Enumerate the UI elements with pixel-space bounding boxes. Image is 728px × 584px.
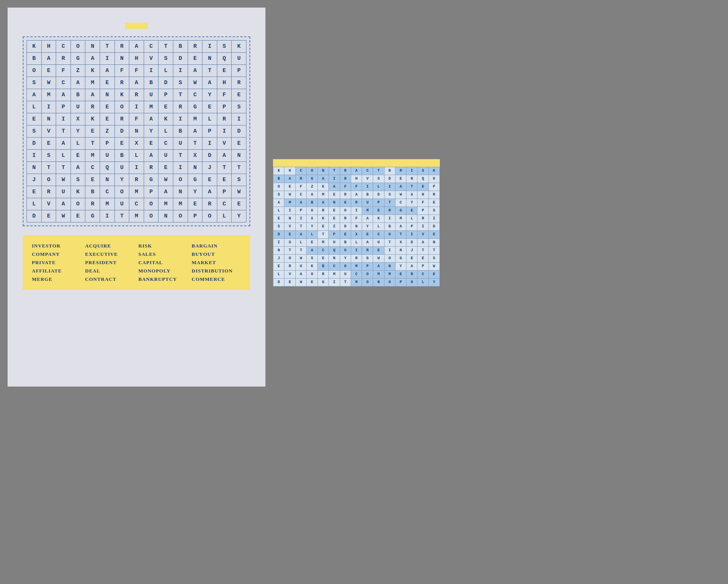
grid-cell: E <box>42 65 56 77</box>
answer-cell: R <box>318 207 329 215</box>
answer-cell: P <box>395 279 406 287</box>
grid-cell: O <box>115 101 130 113</box>
grid-cell: O <box>173 174 188 186</box>
grid-cell: S <box>27 125 42 138</box>
answer-cell: E <box>429 231 440 239</box>
grid-cell: S <box>27 77 42 89</box>
grid-cell: E <box>217 65 232 77</box>
grid-cell: P <box>217 186 232 198</box>
grid-cell: I <box>217 125 232 138</box>
answer-cell: M <box>351 279 362 287</box>
answer-cell: A <box>351 167 362 175</box>
answer-cell: Z <box>329 223 340 231</box>
grid-cell: C <box>158 138 173 150</box>
answer-cell: N <box>329 255 340 263</box>
answer-cell: B <box>340 239 351 247</box>
grid-cell: S <box>173 77 188 89</box>
answer-cell: L <box>406 215 417 223</box>
grid-cell: M <box>144 101 159 113</box>
answer-cell: D <box>340 223 351 231</box>
answer-cell: R <box>284 263 295 271</box>
grid-cell: S <box>158 53 173 65</box>
grid-cell: C <box>217 198 232 210</box>
answer-cell: A <box>406 263 417 271</box>
grid-cell: E <box>188 198 203 210</box>
answer-cell: O <box>384 255 395 263</box>
grid-cell: Z <box>71 65 86 77</box>
answer-cell: A <box>406 191 417 199</box>
answer-cell: U <box>329 239 340 247</box>
grid-cell: Y <box>144 125 159 138</box>
answer-cell: V <box>284 271 295 279</box>
answer-cell: I <box>351 247 362 255</box>
grid-cell: M <box>173 198 188 210</box>
grid-cell: R <box>56 53 71 65</box>
grid-cell: E <box>232 198 246 210</box>
answer-cell: C <box>351 271 362 279</box>
grid-cell: I <box>144 65 159 77</box>
grid-cell: U <box>115 162 130 174</box>
answer-cell: U <box>307 207 318 215</box>
grid-cell: N <box>100 89 115 101</box>
grid-cell: T <box>173 89 188 101</box>
grid-cell: S <box>232 174 246 186</box>
answer-cell: U <box>384 231 395 239</box>
word-item: COMPANY <box>32 251 82 257</box>
grid-cell: Y <box>202 89 217 101</box>
answer-cell: S <box>417 167 428 175</box>
grid-cell: G <box>85 210 100 222</box>
grid-cell: K <box>85 113 100 125</box>
answer-cell: R <box>296 175 307 183</box>
answer-cell: Y <box>406 199 417 207</box>
answer-cell: M <box>318 239 329 247</box>
grid-cell: R <box>173 101 188 113</box>
grid-cell: A <box>56 198 71 210</box>
answer-title <box>273 159 440 167</box>
answer-cell: P <box>429 183 440 191</box>
answer-cell: E <box>318 223 329 231</box>
grid-cell: O <box>27 65 42 77</box>
answer-cell: Z <box>307 183 318 191</box>
answer-cell: N <box>340 175 351 183</box>
wordsearch-grid-container: KHCONTRACTBRISKBARGAINHVSDENQUOEFZKAFFIL… <box>23 36 250 226</box>
answer-cell: N <box>395 247 406 255</box>
answer-cell: O <box>340 207 351 215</box>
answer-cell: K <box>373 215 384 223</box>
answer-cell: B <box>384 223 395 231</box>
answer-cell: E <box>329 207 340 215</box>
grid-cell: C <box>144 41 159 53</box>
grid-cell: G <box>71 53 86 65</box>
answer-cell: T <box>284 247 295 255</box>
grid-cell: E <box>27 186 42 198</box>
answer-cell: P <box>373 199 384 207</box>
grid-cell: U <box>232 53 246 65</box>
answer-cell: E <box>307 239 318 247</box>
word-item: BANKRUPTCY <box>138 276 188 282</box>
grid-cell: R <box>129 174 144 186</box>
grid-cell: T <box>202 65 217 77</box>
answer-cell: I <box>273 239 284 247</box>
answer-cell: A <box>417 239 428 247</box>
grid-cell: P <box>232 65 246 77</box>
grid-cell: M <box>129 210 144 222</box>
answer-cell: M <box>384 271 395 279</box>
grid-cell: K <box>27 41 42 53</box>
grid-cell: G <box>188 101 203 113</box>
answer-cell: Q <box>329 247 340 255</box>
grid-cell: L <box>71 138 86 150</box>
grid-cell: N <box>42 113 56 125</box>
grid-cell: P <box>100 138 115 150</box>
answer-cell: O <box>307 271 318 279</box>
answer-cell: S <box>273 223 284 231</box>
grid-cell: S <box>232 101 246 113</box>
answer-cell: L <box>373 223 384 231</box>
answer-cell: E <box>417 183 428 191</box>
answer-cell: M <box>318 191 329 199</box>
answer-cell: Y <box>429 279 440 287</box>
grid-cell: N <box>158 210 173 222</box>
grid-cell: A <box>129 77 144 89</box>
word-item: MONOPOLY <box>138 268 188 274</box>
answer-cell: N <box>329 199 340 207</box>
grid-cell: I <box>129 101 144 113</box>
answer-cell: K <box>340 199 351 207</box>
